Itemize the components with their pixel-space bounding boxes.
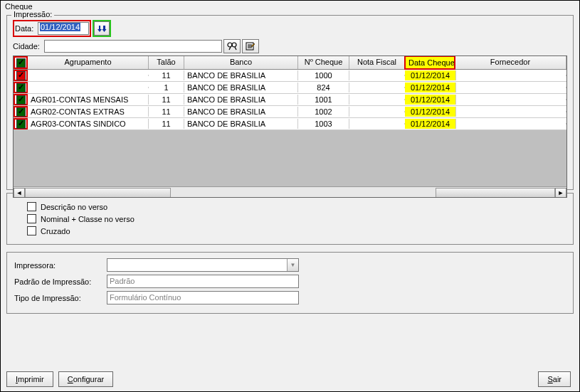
cell-banco: BANCO DE BRASILIA: [184, 70, 298, 80]
imprimir-button[interactable]: Imprimir: [6, 371, 53, 387]
cell-data-cheque: 01/12/2014: [405, 70, 456, 80]
cell-talao: 11: [149, 95, 184, 105]
cell-agrupamento: AGR02-CONTAS EXTRAS: [28, 107, 149, 117]
cell-nf: [349, 111, 405, 112]
cell-data-cheque: 01/12/2014: [405, 107, 456, 117]
cell-nf: [349, 75, 405, 76]
impressora-label: Impressora:: [14, 261, 107, 270]
col-banco[interactable]: Banco: [184, 56, 298, 69]
cell-talao: 11: [149, 70, 184, 80]
cell-nf: [349, 99, 405, 100]
cell-data-cheque: 01/12/2014: [405, 83, 456, 92]
cell-banco: BANCO DE BRASILIA: [184, 83, 298, 92]
descricao-verso-checkbox[interactable]: Descrição no verso: [27, 202, 553, 211]
cell-ncheque: 1003: [298, 119, 349, 129]
row-checkbox[interactable]: [16, 83, 26, 92]
cell-fornecedor: [456, 75, 566, 76]
options-panel: Descrição no verso Nominal + Classe no v…: [6, 193, 574, 245]
scroll-thumb-right[interactable]: [436, 188, 555, 198]
scroll-left-arrow-icon[interactable]: ◄: [14, 188, 25, 198]
padrao-label: Padrão de Impressão:: [14, 277, 107, 286]
impressao-legend: Impressão:: [11, 10, 54, 18]
row-checkbox[interactable]: [16, 120, 26, 129]
col-nota-fiscal[interactable]: Nota Fiscal: [349, 56, 405, 69]
table-row[interactable]: 1BANCO DE BRASILIA82401/12/2014: [14, 82, 566, 94]
row-checkbox[interactable]: [16, 95, 26, 105]
cell-agrupamento: AGR01-CONTAS MENSAIS: [28, 95, 149, 105]
cell-ncheque: 824: [298, 83, 349, 92]
col-talao[interactable]: Talão: [149, 56, 184, 69]
cidade-input[interactable]: [44, 40, 222, 53]
cell-ncheque: 1001: [298, 95, 349, 105]
padrao-input[interactable]: Padrão: [107, 275, 299, 288]
cell-fornecedor: [456, 87, 566, 88]
col-fornecedor[interactable]: Fornecedor: [455, 56, 566, 69]
cell-agrupamento: [28, 75, 149, 76]
nominal-classe-checkbox[interactable]: Nominal + Classe no verso: [27, 214, 553, 223]
bottom-bar: Imprimir Configurar Sair: [6, 371, 574, 387]
cell-banco: BANCO DE BRASILIA: [184, 107, 298, 117]
row-checkbox[interactable]: [16, 71, 26, 80]
cell-nf: [349, 123, 405, 125]
cell-fornecedor: [456, 123, 566, 125]
cell-talao: 11: [149, 107, 184, 117]
cell-fornecedor: [456, 99, 566, 100]
cruzado-checkbox[interactable]: Cruzado: [27, 226, 553, 235]
cell-data-cheque: 01/12/2014: [405, 119, 456, 129]
cheque-window: Cheque Impressão: Data: 01/12/2014 Cidad…: [0, 0, 580, 392]
search-icon-button[interactable]: [223, 39, 241, 53]
impressao-fieldset: Impressão: Data: 01/12/2014 Cidade:: [6, 15, 574, 190]
properties-icon-button[interactable]: [242, 39, 259, 53]
scroll-thumb-left[interactable]: [25, 188, 171, 198]
grid-body: 11BANCO DE BRASILIA100001/12/20141BANCO …: [14, 70, 566, 130]
grid-header: Agrupamento Talão Banco Nº Cheque Nota F…: [14, 56, 566, 70]
col-data-cheque[interactable]: Data Cheque: [404, 55, 455, 70]
cell-banco: BANCO DE BRASILIA: [184, 95, 298, 105]
printer-panel: Impressora: ▼ Padrão de Impressão: Padrã…: [6, 252, 574, 314]
select-all-checkbox[interactable]: [16, 58, 26, 68]
configurar-button[interactable]: Configurar: [58, 371, 113, 387]
chevron-down-icon[interactable]: ▼: [287, 259, 298, 271]
table-row[interactable]: 11BANCO DE BRASILIA100001/12/2014: [14, 70, 566, 82]
cell-fornecedor: [456, 111, 566, 112]
cell-nf: [349, 87, 405, 88]
col-agrupamento[interactable]: Agrupamento: [28, 56, 149, 69]
impressora-combo[interactable]: ▼: [107, 258, 299, 272]
cell-ncheque: 1000: [298, 70, 349, 80]
data-label: Data:: [15, 24, 38, 33]
table-row[interactable]: AGR03-CONTAS SINDICO11BANCO DE BRASILIA1…: [14, 118, 566, 130]
tipo-input[interactable]: Formulário Contínuo: [107, 291, 299, 304]
window-title: Cheque: [1, 1, 579, 12]
col-ncheque[interactable]: Nº Cheque: [298, 56, 349, 69]
cell-agrupamento: [28, 87, 149, 88]
apply-date-down-button[interactable]: [94, 21, 110, 36]
row-checkbox[interactable]: [16, 107, 26, 117]
cidade-label: Cidade:: [13, 42, 44, 51]
cell-banco: BANCO DE BRASILIA: [184, 119, 298, 129]
cheque-grid: Agrupamento Talão Banco Nº Cheque Nota F…: [13, 55, 567, 198]
svg-point-0: [228, 43, 232, 47]
sair-button[interactable]: Sair: [538, 371, 571, 387]
svg-line-3: [235, 47, 236, 50]
grid-empty-area: [14, 130, 566, 186]
data-input[interactable]: 01/12/2014: [38, 22, 89, 35]
cell-agrupamento: AGR03-CONTAS SINDICO: [28, 119, 149, 129]
scroll-right-arrow-icon[interactable]: ►: [555, 188, 566, 198]
tipo-label: Tipo de Impressão:: [14, 294, 107, 302]
svg-point-1: [232, 43, 236, 47]
table-row[interactable]: AGR01-CONTAS MENSAIS11BANCO DE BRASILIA1…: [14, 94, 566, 106]
cell-talao: 1: [149, 83, 184, 92]
cell-data-cheque: 01/12/2014: [405, 95, 456, 105]
horizontal-scrollbar[interactable]: ◄ ►: [14, 186, 566, 198]
cell-ncheque: 1002: [298, 107, 349, 117]
table-row[interactable]: AGR02-CONTAS EXTRAS11BANCO DE BRASILIA10…: [14, 106, 566, 118]
cell-talao: 11: [149, 119, 184, 129]
